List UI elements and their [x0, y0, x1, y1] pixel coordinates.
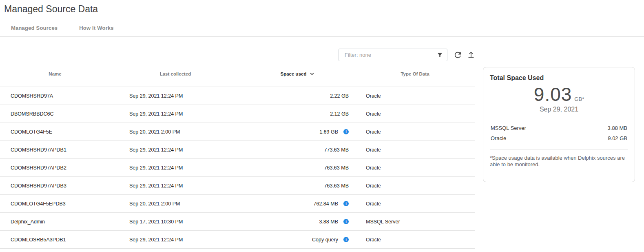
space-used-value: 763.63 MB [324, 165, 349, 171]
tab-bar: Managed Sources How It Works [11, 25, 644, 31]
space-used-cell: 2.12 GB i [241, 111, 355, 117]
refresh-icon [453, 50, 463, 60]
space-used-cell: 773.63 MB i [241, 147, 355, 153]
funnel-icon[interactable] [437, 52, 443, 58]
main-content: Name Last collected Space used Type Of D… [0, 37, 644, 249]
info-icon[interactable]: i [343, 219, 349, 224]
table-row[interactable]: DBOMSRBBDC6C Sep 29, 2021 12:24 PM 2.12 … [0, 105, 475, 123]
sort-descending-chevron-down-icon [309, 71, 315, 77]
space-used-cell: 2.22 GB i [241, 93, 355, 99]
space-used-cell: 763.63 MB i [241, 165, 355, 171]
space-used-value: 2.12 GB [330, 111, 349, 117]
table-body: CDOMSHSRD97A Sep 29, 2021 12:24 PM 2.22 … [0, 87, 475, 249]
panel-title: Total Space Used [490, 74, 628, 82]
table-row[interactable]: CDOMSHSRD97APDB2 Sep 29, 2021 12:24 PM 7… [0, 159, 475, 177]
table-row[interactable]: CDOMSHSRD97APDB3 Sep 29, 2021 12:24 PM 7… [0, 177, 475, 195]
total-space-unit: GB* [574, 96, 584, 102]
panel-divider-top [490, 119, 628, 119]
source-name: DBOMSRBBDC6C [0, 111, 110, 117]
space-breakdown-list: MSSQL Server 3.88 MB Oracle 9.02 GB [490, 123, 628, 143]
table-row[interactable]: CDOMSHSRD97A Sep 29, 2021 12:24 PM 2.22 … [0, 87, 475, 105]
last-collected: Sep 29, 2021 12:24 PM [110, 147, 241, 153]
last-collected: Sep 20, 2021 2:00 PM [110, 201, 241, 207]
page-title: Managed Source Data [0, 0, 644, 15]
upload-icon [467, 51, 475, 59]
tab-managed-sources[interactable]: Managed Sources [11, 25, 58, 31]
space-used-cell: Copy query i [241, 237, 355, 243]
breakdown-label: Oracle [491, 135, 506, 141]
panel-footnote: *Space usage data is available when Delp… [490, 155, 628, 168]
table-section: Name Last collected Space used Type Of D… [0, 37, 475, 249]
info-icon[interactable]: i [343, 201, 349, 206]
space-used-cell: 1.69 GB i [241, 129, 355, 135]
space-used-value: 2.22 GB [330, 93, 349, 99]
table-row[interactable]: CDOMLOSRB5A3PDB1 Sep 29, 2021 12:24 PM C… [0, 231, 475, 249]
data-type: Oracle [355, 201, 475, 207]
data-type: Oracle [355, 93, 475, 99]
filter-input[interactable] [344, 51, 437, 58]
table-row[interactable]: CDOMLOTG4F5E Sep 20, 2021 2:00 PM 1.69 G… [0, 123, 475, 141]
info-icon[interactable]: i [343, 129, 349, 134]
space-used-cell: 3.88 MB i [241, 219, 355, 225]
data-type: Oracle [355, 111, 475, 117]
last-collected: Sep 29, 2021 12:24 PM [110, 111, 241, 117]
table-row[interactable]: CDOMLOTG4F5EPDB3 Sep 20, 2021 2:00 PM 76… [0, 195, 475, 213]
upload-button[interactable] [467, 51, 475, 59]
total-space-date: Sep 29, 2021 [490, 106, 628, 113]
data-type: Oracle [355, 237, 475, 243]
space-used-value: 763.63 MB [324, 183, 349, 189]
breakdown-label: MSSQL Server [491, 125, 526, 131]
info-icon[interactable]: i [343, 237, 349, 242]
last-collected: Sep 29, 2021 12:24 PM [110, 237, 241, 243]
breakdown-value: 3.88 MB [608, 125, 627, 131]
data-type: Oracle [355, 147, 475, 153]
column-header-type-of-data[interactable]: Type Of Data [355, 71, 475, 76]
table-toolbar [0, 49, 475, 61]
last-collected: Sep 29, 2021 12:24 PM [110, 165, 241, 171]
source-name: CDOMLOTG4F5E [0, 129, 110, 135]
table-row[interactable]: Delphix_Admin Sep 17, 2021 10:30 PM 3.88… [0, 213, 475, 231]
column-header-name[interactable]: Name [0, 71, 110, 76]
table-row[interactable]: CDOMSHSRD97APDB1 Sep 29, 2021 12:24 PM 7… [0, 141, 475, 159]
last-collected: Sep 29, 2021 12:24 PM [110, 93, 241, 99]
column-header-space-used[interactable]: Space used [241, 71, 355, 77]
source-name: CDOMSHSRD97APDB2 [0, 165, 110, 171]
breakdown-row-mssql: MSSQL Server 3.88 MB [490, 123, 628, 133]
space-used-value: 762.84 MB [314, 201, 338, 207]
source-name: CDOMLOTG4F5EPDB3 [0, 201, 110, 207]
data-type: MSSQL Server [355, 219, 475, 225]
source-name: Delphix_Admin [0, 219, 110, 225]
space-used-value: 3.88 MB [319, 219, 338, 225]
space-used-cell: 763.63 MB i [241, 183, 355, 189]
table-header-row: Name Last collected Space used Type Of D… [0, 61, 475, 87]
column-header-space-used-label: Space used [281, 71, 307, 76]
breakdown-value: 9.02 GB [608, 135, 627, 141]
refresh-button[interactable] [453, 50, 463, 60]
column-header-last-collected[interactable]: Last collected [110, 71, 241, 76]
data-type: Oracle [355, 165, 475, 171]
last-collected: Sep 29, 2021 12:24 PM [110, 183, 241, 189]
source-name: CDOMLOSRB5A3PDB1 [0, 237, 110, 243]
tab-how-it-works[interactable]: How It Works [79, 25, 114, 31]
breakdown-row-oracle: Oracle 9.02 GB [490, 133, 628, 143]
total-space-line: 9.03 GB* [490, 84, 628, 105]
source-name: CDOMSHSRD97APDB1 [0, 147, 110, 153]
total-space-used-panel: Total Space Used 9.03 GB* Sep 29, 2021 M… [483, 67, 635, 182]
space-used-value[interactable]: Copy query [312, 237, 338, 243]
total-space-value: 9.03 [534, 84, 572, 105]
source-name: CDOMSHSRD97APDB3 [0, 183, 110, 189]
source-name: CDOMSHSRD97A [0, 93, 110, 99]
data-type: Oracle [355, 129, 475, 135]
space-used-value: 1.69 GB [319, 129, 338, 135]
data-type: Oracle [355, 183, 475, 189]
space-used-value: 773.63 MB [324, 147, 349, 153]
space-used-cell: 762.84 MB i [241, 201, 355, 207]
filter-box[interactable] [339, 49, 447, 61]
last-collected: Sep 20, 2021 2:00 PM [110, 129, 241, 135]
last-collected: Sep 17, 2021 10:30 PM [110, 219, 241, 225]
panel-divider-bottom [490, 149, 628, 149]
